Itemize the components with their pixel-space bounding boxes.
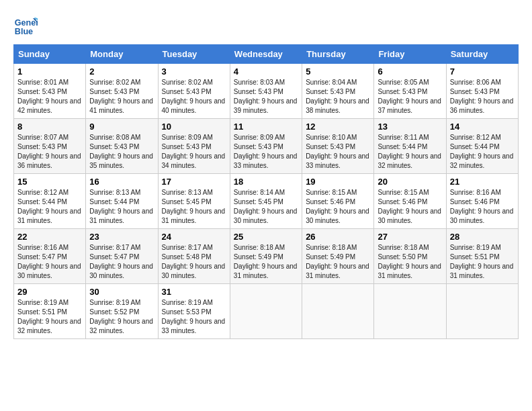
day-info: Sunrise: 8:09 AMSunset: 5:43 PMDaylight:… — [234, 133, 298, 171]
day-number: 11 — [234, 122, 298, 132]
day-number: 6 — [378, 66, 442, 77]
day-number: 2 — [89, 66, 154, 77]
day-number: 17 — [162, 177, 226, 187]
weekday-header-thursday: Thursday — [302, 45, 374, 64]
page-header: General Blue — [13, 13, 519, 38]
day-info: Sunrise: 8:17 AMSunset: 5:48 PMDaylight:… — [162, 243, 226, 281]
calendar-cell: 2Sunrise: 8:02 AMSunset: 5:43 PMDaylight… — [86, 64, 158, 119]
day-number: 5 — [306, 66, 370, 77]
day-number: 1 — [17, 66, 82, 77]
weekday-header-friday: Friday — [374, 45, 446, 64]
calendar-cell: 16Sunrise: 8:13 AMSunset: 5:44 PMDayligh… — [86, 174, 158, 229]
day-number: 12 — [306, 122, 370, 132]
weekday-header-wednesday: Wednesday — [230, 45, 302, 64]
day-number: 13 — [378, 122, 442, 132]
svg-text:Blue: Blue — [15, 27, 33, 36]
day-info: Sunrise: 8:05 AMSunset: 5:43 PMDaylight:… — [378, 78, 442, 116]
calendar-cell: 25Sunrise: 8:18 AMSunset: 5:49 PMDayligh… — [230, 229, 302, 284]
day-number: 3 — [162, 66, 226, 77]
calendar-cell: 19Sunrise: 8:15 AMSunset: 5:46 PMDayligh… — [302, 174, 374, 229]
calendar-cell: 9Sunrise: 8:08 AMSunset: 5:43 PMDaylight… — [86, 119, 158, 174]
weekday-header-monday: Monday — [86, 45, 158, 64]
day-info: Sunrise: 8:02 AMSunset: 5:43 PMDaylight:… — [162, 78, 226, 116]
day-info: Sunrise: 8:02 AMSunset: 5:43 PMDaylight:… — [89, 78, 154, 116]
day-info: Sunrise: 8:18 AMSunset: 5:49 PMDaylight:… — [306, 243, 370, 281]
day-info: Sunrise: 8:12 AMSunset: 5:44 PMDaylight:… — [17, 188, 82, 226]
calendar-cell: 13Sunrise: 8:11 AMSunset: 5:44 PMDayligh… — [374, 119, 446, 174]
day-info: Sunrise: 8:07 AMSunset: 5:43 PMDaylight:… — [17, 133, 82, 171]
day-info: Sunrise: 8:16 AMSunset: 5:47 PMDaylight:… — [17, 243, 82, 281]
calendar-cell: 26Sunrise: 8:18 AMSunset: 5:49 PMDayligh… — [302, 229, 374, 284]
day-number: 27 — [378, 232, 442, 242]
logo-icon: General Blue — [13, 13, 38, 38]
calendar-table: SundayMondayTuesdayWednesdayThursdayFrid… — [13, 44, 519, 339]
calendar-body: 1Sunrise: 8:01 AMSunset: 5:43 PMDaylight… — [14, 64, 519, 339]
day-number: 18 — [234, 177, 298, 187]
day-number: 22 — [17, 232, 82, 242]
day-number: 25 — [234, 232, 298, 242]
day-info: Sunrise: 8:16 AMSunset: 5:46 PMDaylight:… — [450, 188, 515, 226]
calendar-cell: 3Sunrise: 8:02 AMSunset: 5:43 PMDaylight… — [158, 64, 230, 119]
calendar-cell — [230, 284, 302, 339]
day-number: 21 — [450, 177, 515, 187]
calendar-header-row: SundayMondayTuesdayWednesdayThursdayFrid… — [14, 45, 519, 64]
day-number: 26 — [306, 232, 370, 242]
day-number: 23 — [89, 232, 154, 242]
calendar-cell: 23Sunrise: 8:17 AMSunset: 5:47 PMDayligh… — [86, 229, 158, 284]
calendar-cell: 12Sunrise: 8:10 AMSunset: 5:43 PMDayligh… — [302, 119, 374, 174]
calendar-cell: 14Sunrise: 8:12 AMSunset: 5:44 PMDayligh… — [446, 119, 518, 174]
day-info: Sunrise: 8:11 AMSunset: 5:44 PMDaylight:… — [378, 133, 442, 171]
day-info: Sunrise: 8:04 AMSunset: 5:43 PMDaylight:… — [306, 78, 370, 116]
calendar-cell: 7Sunrise: 8:06 AMSunset: 5:43 PMDaylight… — [446, 64, 518, 119]
calendar-week-row: 1Sunrise: 8:01 AMSunset: 5:43 PMDaylight… — [14, 64, 519, 119]
day-info: Sunrise: 8:12 AMSunset: 5:44 PMDaylight:… — [450, 133, 515, 171]
weekday-header-saturday: Saturday — [446, 45, 518, 64]
calendar-cell — [446, 284, 518, 339]
day-info: Sunrise: 8:08 AMSunset: 5:43 PMDaylight:… — [89, 133, 154, 171]
calendar-cell: 24Sunrise: 8:17 AMSunset: 5:48 PMDayligh… — [158, 229, 230, 284]
calendar-cell: 28Sunrise: 8:19 AMSunset: 5:51 PMDayligh… — [446, 229, 518, 284]
day-number: 30 — [89, 287, 154, 297]
weekday-header-sunday: Sunday — [14, 45, 86, 64]
day-info: Sunrise: 8:10 AMSunset: 5:43 PMDaylight:… — [306, 133, 370, 171]
day-number: 19 — [306, 177, 370, 187]
day-info: Sunrise: 8:03 AMSunset: 5:43 PMDaylight:… — [234, 78, 298, 116]
calendar-week-row: 8Sunrise: 8:07 AMSunset: 5:43 PMDaylight… — [14, 119, 519, 174]
calendar-cell: 11Sunrise: 8:09 AMSunset: 5:43 PMDayligh… — [230, 119, 302, 174]
day-number: 14 — [450, 122, 515, 132]
calendar-cell: 17Sunrise: 8:13 AMSunset: 5:45 PMDayligh… — [158, 174, 230, 229]
day-info: Sunrise: 8:13 AMSunset: 5:45 PMDaylight:… — [162, 188, 226, 226]
day-info: Sunrise: 8:13 AMSunset: 5:44 PMDaylight:… — [89, 188, 154, 226]
calendar-week-row: 29Sunrise: 8:19 AMSunset: 5:51 PMDayligh… — [14, 284, 519, 339]
calendar-cell: 30Sunrise: 8:19 AMSunset: 5:52 PMDayligh… — [86, 284, 158, 339]
day-number: 29 — [17, 287, 82, 297]
calendar-cell: 1Sunrise: 8:01 AMSunset: 5:43 PMDaylight… — [14, 64, 86, 119]
day-info: Sunrise: 8:19 AMSunset: 5:51 PMDaylight:… — [17, 298, 82, 336]
day-number: 28 — [450, 232, 515, 242]
day-number: 10 — [162, 122, 226, 132]
day-info: Sunrise: 8:18 AMSunset: 5:49 PMDaylight:… — [234, 243, 298, 281]
day-info: Sunrise: 8:19 AMSunset: 5:52 PMDaylight:… — [89, 298, 154, 336]
day-number: 8 — [17, 122, 82, 132]
day-info: Sunrise: 8:15 AMSunset: 5:46 PMDaylight:… — [306, 188, 370, 226]
day-info: Sunrise: 8:15 AMSunset: 5:46 PMDaylight:… — [378, 188, 442, 226]
day-info: Sunrise: 8:19 AMSunset: 5:53 PMDaylight:… — [162, 298, 226, 336]
weekday-header-tuesday: Tuesday — [158, 45, 230, 64]
day-info: Sunrise: 8:19 AMSunset: 5:51 PMDaylight:… — [450, 243, 515, 281]
day-info: Sunrise: 8:06 AMSunset: 5:43 PMDaylight:… — [450, 78, 515, 116]
day-number: 31 — [162, 287, 226, 297]
day-info: Sunrise: 8:09 AMSunset: 5:43 PMDaylight:… — [162, 133, 226, 171]
calendar-cell: 27Sunrise: 8:18 AMSunset: 5:50 PMDayligh… — [374, 229, 446, 284]
calendar-cell: 15Sunrise: 8:12 AMSunset: 5:44 PMDayligh… — [14, 174, 86, 229]
day-info: Sunrise: 8:14 AMSunset: 5:45 PMDaylight:… — [234, 188, 298, 226]
calendar-week-row: 22Sunrise: 8:16 AMSunset: 5:47 PMDayligh… — [14, 229, 519, 284]
calendar-cell: 20Sunrise: 8:15 AMSunset: 5:46 PMDayligh… — [374, 174, 446, 229]
day-info: Sunrise: 8:18 AMSunset: 5:50 PMDaylight:… — [378, 243, 442, 281]
day-number: 9 — [89, 122, 154, 132]
calendar-cell: 10Sunrise: 8:09 AMSunset: 5:43 PMDayligh… — [158, 119, 230, 174]
calendar-cell: 8Sunrise: 8:07 AMSunset: 5:43 PMDaylight… — [14, 119, 86, 174]
calendar-cell: 6Sunrise: 8:05 AMSunset: 5:43 PMDaylight… — [374, 64, 446, 119]
day-number: 4 — [234, 66, 298, 77]
calendar-cell — [374, 284, 446, 339]
calendar-cell: 31Sunrise: 8:19 AMSunset: 5:53 PMDayligh… — [158, 284, 230, 339]
